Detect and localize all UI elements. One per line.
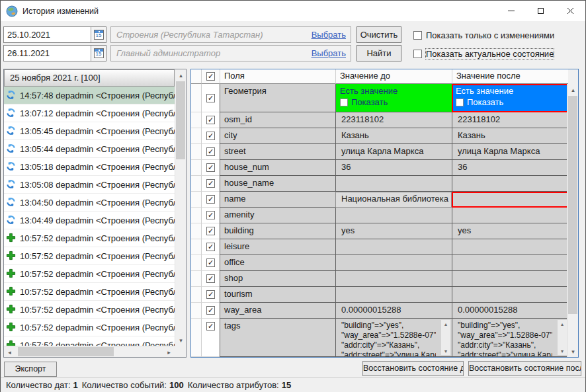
row-checkbox[interactable]: ✓	[206, 227, 215, 235]
layer-select-link[interactable]: Выбрать	[312, 30, 346, 40]
row-checkbox-cell: ✓	[202, 255, 220, 271]
row-header-cell	[191, 271, 202, 287]
event-item[interactable]: 13:07:12 depadmin <Строения (Республика …	[4, 104, 175, 122]
scrollbar-thumb[interactable]	[18, 347, 114, 356]
date-to-field[interactable]: 26.11.2021 15	[3, 45, 106, 61]
scroll-up-icon[interactable]: ▴	[441, 320, 450, 328]
restore-before-button[interactable]: Восстановить состояние до	[362, 361, 464, 376]
scroll-right-icon[interactable]: ▸	[163, 346, 175, 358]
scroll-down-icon[interactable]: ▾	[441, 347, 450, 355]
events-vertical-scrollbar[interactable]: ▴ ▾	[175, 69, 186, 346]
row-checkbox-cell: ✓	[202, 176, 220, 192]
row-checkbox[interactable]: ✓	[206, 132, 215, 140]
event-item[interactable]: 10:57:52 depadmin <Строения (Республика …	[4, 336, 175, 346]
restore-after-button[interactable]: Восстановить состояние после	[468, 361, 581, 376]
scroll-up-icon[interactable]: ▴	[567, 84, 579, 95]
show-geometry-after-checkbox[interactable]	[456, 98, 464, 106]
select-all-checkbox[interactable]: ✓	[206, 72, 215, 81]
close-button[interactable]	[556, 1, 585, 21]
row-checkbox[interactable]: ✓	[206, 179, 215, 188]
column-header-fields[interactable]: Поля	[220, 69, 335, 84]
scrollbar-thumb[interactable]	[568, 96, 577, 314]
scroll-up-icon[interactable]: ▴	[558, 320, 567, 328]
show-geometry-before-checkbox[interactable]	[340, 98, 348, 106]
row-checkbox[interactable]: ✓	[206, 290, 215, 299]
event-item[interactable]: 13:04:50 depadmin <Строения (Республика …	[4, 194, 175, 212]
event-item[interactable]: 13:04:49 depadmin <Строения (Республика …	[4, 212, 175, 229]
scroll-left-icon[interactable]: ◂	[4, 346, 15, 358]
add-icon	[6, 251, 17, 261]
row-checkbox[interactable]: ✓	[206, 147, 215, 156]
event-label: 13:05:08 depadmin <Строения (Республика …	[20, 180, 175, 190]
row-checkbox[interactable]: ✓	[206, 116, 215, 124]
add-icon	[6, 286, 17, 297]
row-checkbox[interactable]: ✓	[206, 195, 215, 204]
date-to-calendar-button[interactable]: 15	[91, 46, 106, 61]
row-checkbox[interactable]: ✓	[206, 274, 215, 283]
event-item[interactable]: 10:57:52 depadmin <Строения (Республика …	[4, 301, 175, 319]
minimize-button[interactable]	[496, 1, 526, 21]
row-checkbox[interactable]: ✓	[206, 94, 215, 102]
layer-value: Строения (Республика Татарстан)	[111, 30, 312, 40]
event-item[interactable]: 13:05:08 depadmin <Строения (Республика …	[4, 176, 175, 194]
date-from-field[interactable]: 25.10.2021 15	[3, 26, 106, 43]
tag-line: "addr:city"=>"Казань",	[341, 340, 436, 350]
event-label: 10:57:52 depadmin <Строения (Республика …	[20, 323, 175, 333]
has-value-label: Есть значение	[340, 86, 448, 96]
events-horizontal-scrollbar[interactable]: ◂ ▸	[4, 346, 175, 357]
event-item[interactable]: 10:57:52 depadmin <Строения (Республика …	[4, 265, 175, 283]
only-changes-checkbox[interactable]	[413, 31, 422, 40]
field-name-cell: city	[220, 128, 335, 144]
clear-button[interactable]: Очистить	[356, 26, 401, 43]
tags-scrollbar[interactable]: ▴ ▾	[441, 320, 450, 355]
table-vertical-scrollbar[interactable]: ▴ ▾	[567, 84, 578, 357]
scroll-down-icon[interactable]: ▾	[558, 347, 567, 355]
row-checkbox[interactable]: ✓	[206, 243, 215, 251]
row-checkbox[interactable]: ✓	[206, 306, 215, 315]
row-header-cell	[191, 176, 202, 192]
user-select-link[interactable]: Выбрать	[312, 48, 346, 58]
edit-icon	[6, 143, 17, 154]
event-item[interactable]: 13:05:45 depadmin <Строения (Республика …	[4, 122, 175, 140]
row-checkbox[interactable]: ✓	[206, 258, 215, 267]
column-header-before[interactable]: Значение до	[335, 69, 452, 84]
scroll-up-icon[interactable]: ▴	[175, 69, 187, 81]
event-item[interactable]: 10:57:52 depadmin <Строения (Республика …	[4, 283, 175, 301]
event-item[interactable]: 13:05:18 depadmin <Строения (Республика …	[4, 158, 175, 176]
row-checkbox[interactable]: ✓	[206, 163, 215, 172]
check-icon: ✓	[208, 275, 214, 282]
event-item[interactable]: 14:57:48 depadmin <Строения (Республика …	[4, 87, 175, 104]
maximize-button[interactable]	[526, 1, 556, 21]
table-row: ✓leisure	[191, 239, 568, 255]
event-label: 10:57:52 depadmin <Строения (Республика …	[20, 251, 175, 261]
row-checkbox[interactable]: ✓	[206, 322, 215, 331]
status-bar: Количество дат:1 Количество событий:100 …	[1, 377, 585, 392]
scroll-down-icon[interactable]: ▾	[567, 346, 579, 357]
check-icon: ✓	[208, 132, 214, 139]
value-before-cell	[335, 176, 452, 192]
titlebar: История изменений	[1, 1, 585, 21]
scroll-down-icon[interactable]: ▾	[175, 334, 187, 346]
only-changes-label: Показать только с изменениями	[426, 30, 554, 40]
find-button[interactable]: Найти	[356, 45, 401, 61]
tags-scrollbar[interactable]: ▴ ▾	[558, 320, 567, 355]
tag-line: "building"=>"yes",	[341, 321, 436, 331]
events-date-header[interactable]: 25 ноября 2021 г. [100]	[4, 69, 175, 87]
event-item[interactable]: 10:57:52 depadmin <Строения (Республика …	[4, 247, 175, 265]
status-dates: Количество дат:1	[6, 380, 78, 390]
row-header-cell	[191, 160, 202, 176]
field-name-cell: leisure	[220, 239, 335, 255]
edit-icon	[6, 179, 17, 190]
scrollbar-thumb[interactable]	[176, 81, 185, 159]
column-header-after[interactable]: Значение после	[452, 69, 568, 84]
table-row-tags: ✓ tags "building"=>"yes","way_area"=>"1.…	[191, 319, 568, 357]
date-from-calendar-button[interactable]: 15	[91, 27, 106, 42]
event-item[interactable]: 10:57:52 depadmin <Строения (Республика …	[4, 229, 175, 247]
export-button[interactable]: Экспорт	[4, 362, 57, 377]
event-item[interactable]: 13:05:44 depadmin <Строения (Республика …	[4, 140, 175, 158]
event-item[interactable]: 10:57:52 depadmin <Строения (Республика …	[4, 319, 175, 336]
row-header-cell	[191, 255, 202, 271]
field-name-cell: Геометрия	[220, 84, 335, 112]
actual-state-checkbox[interactable]	[413, 50, 422, 58]
row-checkbox[interactable]: ✓	[206, 211, 215, 219]
